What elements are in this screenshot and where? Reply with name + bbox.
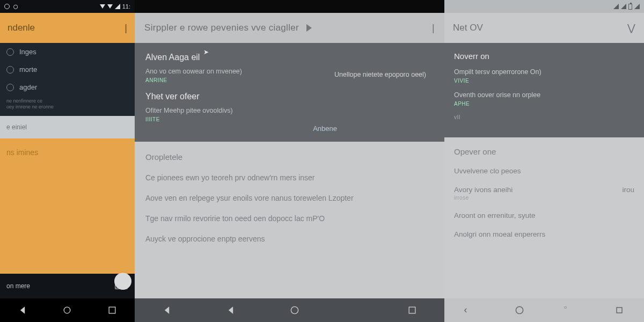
drawer-item[interactable]: agder xyxy=(0,78,135,96)
dialog-title: Yhet ver ofeer xyxy=(145,92,434,101)
svg-point-2 xyxy=(291,306,298,313)
list-header: Opever one xyxy=(454,147,634,156)
dialog-title: Alven Aaga eil xyxy=(145,53,434,62)
nav-recent-icon[interactable] xyxy=(407,305,418,316)
fab-button[interactable] xyxy=(114,273,131,290)
battery-icon xyxy=(628,4,632,10)
nav-recent-icon[interactable] xyxy=(614,305,625,316)
app-title: Sirppler e rowe pevenies vve ciagller xyxy=(144,23,299,33)
card-status-tag: APHE xyxy=(454,101,634,107)
status-time: 11: xyxy=(122,3,130,10)
signal-icon xyxy=(115,4,120,9)
list-item[interactable]: Ce pionees ewn yo teoreh prv odnew'rn me… xyxy=(145,173,434,182)
signal-icon xyxy=(621,4,626,9)
app-bar: Sirppler e rowe pevenies vve ciagller | xyxy=(135,13,444,43)
radio-icon xyxy=(6,66,14,74)
list-item-value: irou xyxy=(622,186,634,201)
phone-center: Sirppler e rowe pevenies vve ciagller | … xyxy=(135,0,444,322)
dialog-card: ➤ Alven Aaga eil Ano vo cem oowear on mv… xyxy=(135,43,444,142)
list-item[interactable]: Tge nav rmilo revoririe ton oeed oen dop… xyxy=(145,214,434,223)
dialog-subtitle: Ofiter Meehp pitee ovooldivs) xyxy=(145,107,434,114)
svg-rect-1 xyxy=(109,307,115,313)
radio-icon xyxy=(6,84,14,91)
status-bar xyxy=(444,0,644,13)
list-item-sub: irrose xyxy=(454,195,513,201)
nav-back-icon[interactable] xyxy=(17,305,28,316)
list-item-label: Uvvelvene clo peoes xyxy=(454,167,521,175)
drawer-item-label: morte xyxy=(19,65,37,74)
list-item[interactable]: Uvvelvene clo peoes xyxy=(454,167,634,175)
status-bar: ○ 11: xyxy=(0,0,135,13)
card-status-tag: vII xyxy=(454,114,634,120)
drawer-item-label: agder xyxy=(19,83,37,91)
list-item-label: Aroont on errenitur, syute xyxy=(454,211,536,219)
panel-light-label: e einiel xyxy=(6,123,27,131)
footer-label: on mere xyxy=(6,282,30,290)
dialog-side-text: Unellope nietete epoporo oeel) xyxy=(334,71,426,78)
app-bar: Net OV ⋁ xyxy=(444,13,644,43)
drawer-item-label: Inges xyxy=(19,48,36,56)
list-item[interactable]: Aroont on errenitur, syute xyxy=(454,211,634,219)
status-bar xyxy=(135,0,444,13)
nav-bar xyxy=(135,298,444,322)
panel-light[interactable]: e einiel xyxy=(0,116,135,138)
card-line: Ompilt tersv onperrorone On) xyxy=(454,68,634,76)
status-circle-icon: ○ xyxy=(13,2,19,11)
nav-bar: ‹ ○ xyxy=(444,298,644,322)
card-status-tag: VIVIE xyxy=(454,78,634,84)
panel-orange-label: ns imines xyxy=(6,148,38,157)
wifi-down-icon xyxy=(107,4,113,9)
signal-icon xyxy=(613,4,619,9)
list-item[interactable]: Anolgri onn moeal enpererrs xyxy=(454,230,634,238)
top-card: Noverr on Ompilt tersv onperrorone On) V… xyxy=(444,43,644,137)
status-circle-icon xyxy=(4,4,10,9)
drawer-item[interactable]: morte xyxy=(0,61,135,78)
settings-list: Opever one Uvvelvene clo peoes Avory ivo… xyxy=(444,137,644,238)
list-item[interactable]: Aove ven en relpege ysur enoils vore nan… xyxy=(145,194,434,202)
svg-point-4 xyxy=(516,306,523,313)
dialog-action-link[interactable]: Anbene xyxy=(313,125,337,133)
cursor-icon: ➤ xyxy=(203,48,209,56)
overflow-icon[interactable]: | xyxy=(125,23,127,33)
nav-back-icon[interactable]: ‹ xyxy=(464,305,475,316)
nav-home-icon[interactable] xyxy=(289,305,300,316)
app-title: ndenle xyxy=(8,23,35,33)
phone-right: Net OV ⋁ Noverr on Ompilt tersv onperror… xyxy=(444,0,644,322)
card-line: Oventh oover orise nn orplee xyxy=(454,91,634,99)
app-title: Net OV xyxy=(453,23,483,33)
nav-home-icon[interactable] xyxy=(62,305,72,316)
overflow-icon[interactable]: | xyxy=(432,23,435,33)
drawer-item[interactable]: Inges xyxy=(0,43,135,61)
nav-home-icon[interactable] xyxy=(514,305,525,316)
svg-point-0 xyxy=(64,307,71,313)
panel-orange[interactable]: ns imines xyxy=(0,138,135,274)
signal-icon xyxy=(634,4,640,9)
dialog-status-tag: IIIITE xyxy=(145,116,434,122)
radio-icon xyxy=(6,48,14,56)
svg-rect-5 xyxy=(617,308,622,313)
svg-rect-3 xyxy=(409,307,415,313)
nav-back-icon[interactable] xyxy=(225,305,236,316)
nav-recent-icon[interactable] xyxy=(107,305,118,316)
check-icon[interactable]: ⋁ xyxy=(627,23,635,33)
play-icon[interactable] xyxy=(306,24,312,32)
app-bar: ndenle | xyxy=(0,13,135,43)
wifi-down-icon xyxy=(100,4,105,9)
phone-left: ○ 11: ndenle | Inges morte agder xyxy=(0,0,135,322)
list-item-label: Avory ivons aneihi xyxy=(454,186,513,194)
card-title: Noverr on xyxy=(454,52,634,61)
list-header: Oropletele xyxy=(145,152,434,162)
list-item-label: Anolgri onn moeal enpererrs xyxy=(454,230,545,238)
drawer-section: Inges morte agder ne nenfinnere ce oey i… xyxy=(0,43,135,116)
nav-bar xyxy=(0,298,135,322)
nav-dot-icon[interactable]: ○ xyxy=(564,305,575,316)
list-item[interactable]: Avory ivons aneihi irrose irou xyxy=(454,186,634,201)
settings-list: Oropletele Ce pionees ewn yo teoreh prv … xyxy=(135,142,444,243)
list-item[interactable]: Auyck ve opprocione enptp eervens xyxy=(145,235,434,243)
nav-back-icon[interactable] xyxy=(162,305,172,316)
drawer-hint: ne nenfinnere ce oey irnrene ne eronne xyxy=(0,96,135,116)
